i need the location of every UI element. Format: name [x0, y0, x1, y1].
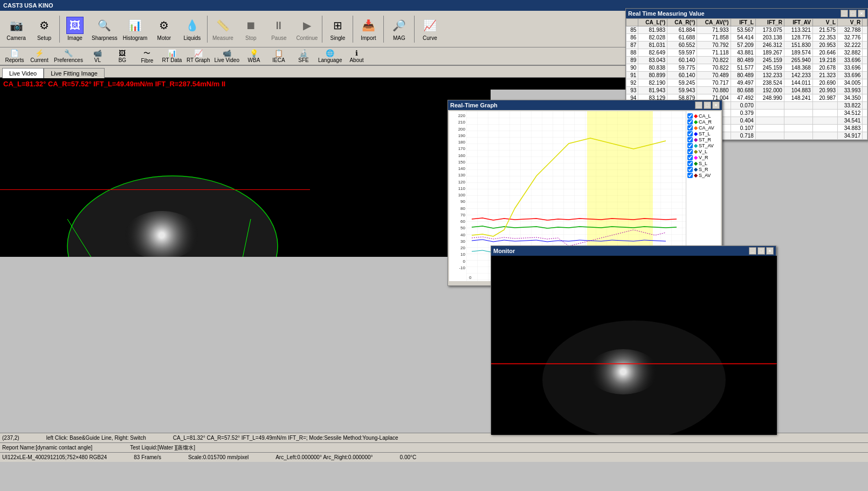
y-axis: 220 210 200 190 180 170 160 150 140 130 …: [449, 111, 466, 281]
col-extra: [863, 19, 867, 26]
col-ca-av: CA_AV(°): [697, 19, 731, 26]
legend-st-r-checkbox[interactable]: [687, 137, 693, 142]
monitor-minimize[interactable]: _: [749, 247, 756, 255]
preferences-button[interactable]: 🔧 Preferences: [52, 48, 85, 64]
ieca-icon: 📋: [274, 49, 284, 57]
rtgraph-button[interactable]: 📈 RT Graph: [184, 48, 212, 64]
single-button[interactable]: ⊞ Single: [323, 13, 352, 45]
histogram-button[interactable]: 📊 Histogram: [120, 13, 150, 45]
legend-s-av-checkbox[interactable]: [687, 173, 693, 178]
rtdata-button[interactable]: 📊 RT Data: [160, 48, 184, 64]
livevideo-icon: 📹: [222, 49, 232, 57]
setup-button[interactable]: ⚙ Setup: [30, 13, 58, 45]
monitor-canvas: [491, 256, 777, 435]
tab-live-video[interactable]: Live Video: [2, 68, 44, 78]
rt-graph-title: Real-Time Graph: [450, 102, 498, 108]
sfe-button[interactable]: 🔬 SFE: [291, 48, 316, 64]
table-row: 8781.03160.55270.79257.209246.312151.830…: [626, 42, 867, 49]
tab-live-fitting[interactable]: Live Fitting Image: [44, 68, 105, 78]
sfe-icon: 🔬: [299, 49, 308, 57]
rt-graph-minimize[interactable]: _: [695, 101, 702, 109]
monitor-title: Monitor: [493, 248, 515, 254]
reports-button[interactable]: 📄 Reports: [2, 48, 27, 64]
language-button[interactable]: 🌐 Language: [316, 48, 345, 64]
sep6: [414, 16, 415, 43]
table-row: 9282.19059.24570.71749.497238.524144.011…: [626, 79, 867, 87]
legend-ca-l-checkbox[interactable]: [687, 113, 693, 119]
maximize-button[interactable]: □: [849, 10, 857, 17]
import-button[interactable]: 📥 Import: [354, 13, 382, 45]
legend-st-l: ◆ ST_L: [687, 131, 720, 137]
monitor-maximize[interactable]: □: [757, 247, 765, 255]
table-row: 9381.94359.94370.88080.688192.000104.883…: [626, 87, 867, 94]
monitor-close[interactable]: ×: [766, 247, 774, 255]
pause-button[interactable]: ⏸ Pause: [265, 13, 293, 45]
legend-s-r-checkbox[interactable]: [687, 167, 693, 172]
rt-graph-title-bar: Real-Time Graph _ □ ×: [448, 100, 722, 110]
col-ca-r: CA_R(°): [667, 19, 697, 26]
legend-st-av-checkbox[interactable]: [687, 143, 693, 148]
bg-icon: 🖼: [118, 49, 127, 57]
fibre-button[interactable]: 〜 Fibre: [135, 48, 160, 64]
image-button[interactable]: 🖼 Image: [61, 13, 89, 45]
app-window: CAST3 USA KINO 📷 Camera ⚙ Setup 🖼 Image …: [0, 0, 868, 491]
statusbar-image: UI122xLE-M_4002912105;752×480 RGB24 83 F…: [0, 452, 868, 462]
legend-st-l-checkbox[interactable]: [687, 131, 693, 137]
monitor-title-bar: Monitor _ □ ×: [491, 246, 776, 256]
col-ift-av: IFT_AV: [784, 19, 812, 26]
close-button[interactable]: ×: [858, 10, 865, 17]
image-info: UI122xLE-M_4002912105;752×480 RGB24: [2, 454, 107, 460]
rt-graph-win-controls: _ □ ×: [695, 101, 720, 109]
coords-display: (237,2): [2, 435, 19, 441]
continue-icon: ▶: [298, 17, 315, 34]
mag-button[interactable]: 🔎 MAG: [385, 13, 413, 45]
livevideo-button[interactable]: 📹 Live Video: [212, 48, 242, 64]
measurement-info: CA_L=81.32° CA_R=57.52° IFT_L=49.49mN/m …: [173, 435, 398, 441]
histogram-icon: 📊: [127, 17, 144, 34]
rt-graph-maximize[interactable]: □: [704, 101, 711, 109]
table-row: 8682.02861.68871.85854.414203.138128.776…: [626, 34, 867, 42]
curve-button[interactable]: 📈 Curve: [416, 13, 444, 45]
legend-st-av: ◆ ST_AV: [687, 143, 720, 148]
legend-s-l-checkbox[interactable]: [687, 161, 693, 166]
legend-v-r-checkbox[interactable]: [687, 155, 693, 160]
rtgraph-icon: 📈: [194, 49, 203, 57]
sep2: [207, 16, 208, 43]
legend-ca-av: ◆ CA_AV: [687, 125, 720, 131]
liquids-icon: 💧: [183, 17, 201, 34]
sep3: [322, 16, 322, 43]
legend-st-r: ◆ ST_R: [687, 137, 720, 142]
measure-icon: 📏: [214, 17, 231, 34]
language-icon: 🌐: [325, 49, 335, 57]
rt-graph-close[interactable]: ×: [712, 101, 720, 109]
legend-ca-av-checkbox[interactable]: [687, 125, 693, 131]
sharpness-button[interactable]: 🔍 Sharpness: [89, 13, 120, 45]
wba-button[interactable]: 💡 WBA: [242, 48, 266, 64]
motor-button[interactable]: ⚙ Motor: [150, 13, 178, 45]
pause-icon: ⏸: [270, 17, 287, 34]
legend-ca-l: ◆ CA_L: [687, 113, 720, 119]
win-controls: _ □ ×: [841, 10, 865, 17]
continue-button[interactable]: ▶ Continue: [293, 13, 321, 45]
vl-button[interactable]: 📹 VL: [85, 48, 110, 64]
ieca-button[interactable]: 📋 IECA: [266, 48, 291, 64]
vl-icon: 📹: [93, 49, 102, 57]
fps-info: 83 Frame/s: [134, 454, 161, 460]
liquids-button[interactable]: 💧 Liquids: [178, 13, 206, 45]
legend-ca-r-checkbox[interactable]: [687, 119, 693, 125]
col-v-l: V_L: [812, 19, 837, 26]
stop-button[interactable]: ⏹ Stop: [237, 13, 265, 45]
image-icon: 🖼: [66, 17, 84, 34]
table-row: 8983.04360.14070.82280.489245.159265.940…: [626, 57, 867, 64]
col-ift-r: IFT_R: [755, 19, 784, 26]
reports-icon: 📄: [10, 49, 19, 57]
about-button[interactable]: ℹ About: [345, 48, 369, 64]
legend-v-l-checkbox[interactable]: [687, 149, 693, 154]
camera-button[interactable]: 📷 Camera: [2, 13, 30, 45]
current-button[interactable]: ⚡ Current: [27, 48, 52, 64]
measure-button[interactable]: 📏 Measure: [209, 13, 237, 45]
legend-v-l: ◆ V_L: [687, 149, 720, 154]
bg-button[interactable]: 🖼 BG: [110, 48, 135, 64]
sharpness-icon: 🔍: [96, 17, 113, 34]
minimize-button[interactable]: _: [841, 10, 848, 17]
